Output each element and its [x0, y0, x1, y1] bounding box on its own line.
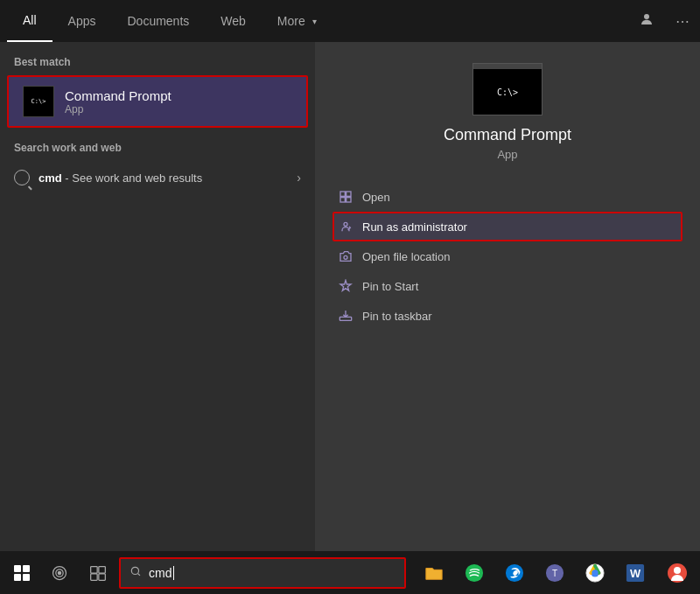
windows-logo-icon [14, 565, 30, 581]
taskbar-search-box[interactable]: cmd [119, 557, 406, 589]
action-open-label: Open [362, 191, 390, 204]
action-pin-start[interactable]: Pin to Start [332, 271, 682, 301]
action-pin-taskbar[interactable]: Pin to taskbar [332, 301, 682, 331]
svg-point-6 [344, 255, 347, 259]
task-view-icon [89, 564, 107, 582]
svg-point-5 [344, 222, 347, 226]
web-search-query: cmd [38, 171, 62, 185]
web-search-text: cmd - See work and web results [38, 171, 202, 185]
app-preview-type: App [497, 148, 517, 161]
cortana-button[interactable] [41, 554, 77, 592]
user-icon[interactable] [635, 8, 658, 34]
svg-text:T: T [552, 568, 557, 577]
tab-all[interactable]: All [7, 0, 52, 42]
app-preview-icon [472, 63, 542, 115]
action-open-location[interactable]: Open file location [332, 241, 682, 271]
edge-button[interactable] [495, 554, 534, 592]
user-avatar-button[interactable] [658, 554, 696, 592]
action-open-location-label: Open file location [362, 250, 450, 263]
app-preview: Command Prompt App [332, 63, 682, 161]
teams-icon: T [545, 563, 564, 583]
search-popup: All Apps Documents Web More ▾ ⋯ [0, 0, 700, 551]
tab-documents[interactable]: Documents [111, 0, 205, 42]
action-open[interactable]: Open [332, 182, 682, 212]
more-options-icon[interactable]: ⋯ [672, 10, 693, 33]
nav-tabs-right: ⋯ [635, 8, 693, 34]
search-icon [130, 565, 142, 580]
action-list: Open Run as administrator [332, 182, 682, 331]
open-location-icon [338, 248, 354, 264]
svg-rect-4 [346, 198, 351, 202]
svg-point-0 [644, 14, 649, 19]
svg-point-15 [131, 567, 138, 574]
svg-rect-2 [346, 192, 351, 196]
chevron-down-icon: ▾ [312, 17, 317, 26]
file-explorer-icon [424, 563, 444, 583]
action-pin-taskbar-label: Pin to taskbar [362, 310, 432, 323]
web-section-label: Search work and web [0, 128, 315, 161]
cortana-icon [51, 564, 68, 582]
svg-rect-13 [91, 573, 98, 580]
start-button[interactable] [4, 554, 39, 592]
edge-icon [505, 563, 524, 583]
action-pin-start-label: Pin to Start [362, 280, 418, 293]
right-panel: Command Prompt App Open [315, 42, 700, 551]
file-explorer-button[interactable] [415, 554, 453, 592]
app-preview-title: Command Prompt [444, 126, 571, 144]
task-view-button[interactable] [79, 554, 117, 592]
pin-start-icon [338, 278, 354, 294]
pin-taskbar-icon [338, 308, 354, 324]
nav-tabs-left: All Apps Documents Web More ▾ [7, 0, 332, 42]
action-run-admin[interactable]: Run as administrator [332, 212, 682, 241]
tab-web[interactable]: Web [205, 0, 262, 42]
svg-text:W: W [630, 566, 641, 579]
web-search-item[interactable]: cmd - See work and web results › [0, 161, 315, 194]
svg-point-16 [466, 563, 483, 581]
svg-point-26 [674, 567, 681, 574]
spotify-button[interactable] [455, 554, 494, 592]
spotify-icon [465, 563, 484, 583]
action-run-admin-label: Run as administrator [362, 220, 467, 234]
svg-rect-1 [340, 192, 345, 196]
chrome-icon [585, 563, 605, 583]
best-match-title: Command Prompt [65, 88, 172, 103]
best-match-subtitle: App [65, 103, 172, 115]
svg-rect-3 [340, 198, 345, 202]
left-panel: Best match Command Prompt App Search wor… [0, 42, 315, 551]
svg-rect-11 [91, 566, 98, 573]
open-icon [338, 189, 354, 205]
svg-rect-12 [99, 566, 106, 573]
teams-button[interactable]: T [536, 554, 574, 592]
word-button[interactable]: W [616, 554, 654, 592]
best-match-text: Command Prompt App [65, 88, 172, 115]
svg-point-22 [592, 570, 598, 576]
chrome-button[interactable] [576, 554, 614, 592]
best-match-label: Best match [0, 56, 315, 75]
best-match-item[interactable]: Command Prompt App [7, 75, 308, 128]
taskbar: cmd T [0, 551, 700, 594]
user-avatar-icon [667, 563, 688, 584]
search-input-value: cmd [149, 566, 172, 580]
main-content: Best match Command Prompt App Search wor… [0, 42, 700, 551]
search-circle-icon [14, 170, 30, 185]
web-search-desc: - See work and web results [62, 171, 202, 185]
tab-more[interactable]: More ▾ [262, 0, 332, 42]
svg-rect-14 [99, 573, 106, 580]
svg-point-10 [58, 571, 60, 574]
word-icon: W [626, 563, 645, 583]
cmd-app-icon [23, 86, 54, 117]
chevron-right-icon: › [297, 171, 301, 185]
run-admin-icon [338, 219, 354, 234]
text-cursor [173, 566, 174, 580]
tab-apps[interactable]: Apps [52, 0, 112, 42]
nav-tabs: All Apps Documents Web More ▾ ⋯ [0, 0, 700, 42]
